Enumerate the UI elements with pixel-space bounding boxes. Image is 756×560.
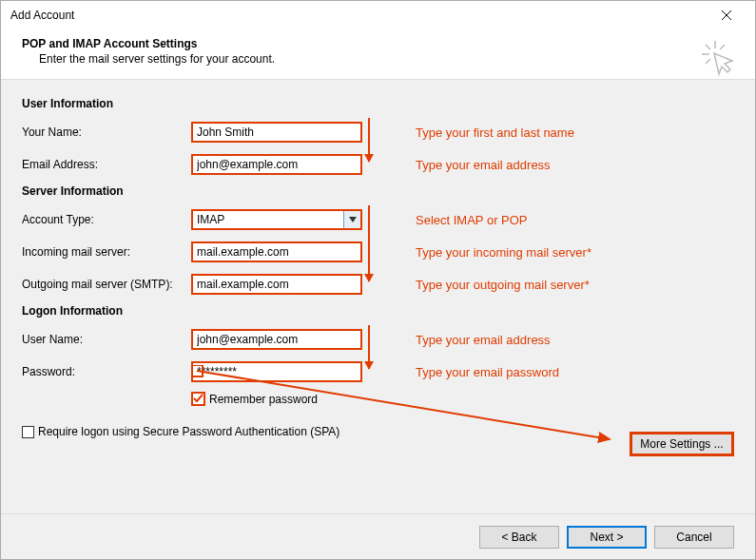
input-outgoing[interactable] [191,274,362,295]
arrow-icon [368,325,370,369]
label-email: Email Address: [22,158,191,171]
close-button[interactable] [708,2,746,29]
svg-line-6 [706,59,710,64]
cancel-button[interactable]: Cancel [654,526,734,549]
input-password[interactable] [191,361,362,382]
dialog-footer: < Back Next > Cancel [1,513,755,559]
add-account-window: Add Account POP and IMAP Account Setting… [0,0,756,560]
row-remember-password: Remember password [191,392,734,406]
hint-account-type: Select IMAP or POP [416,213,528,227]
dialog-body: User Information Your Name: Type your fi… [1,80,755,513]
input-incoming[interactable] [191,241,362,262]
checkbox-remember-password[interactable] [191,392,205,406]
arrow-icon [368,205,370,281]
hint-incoming: Type your incoming mail server* [416,245,591,260]
header-title: POP and IMAP Account Settings [22,37,734,50]
label-outgoing: Outgoing mail server (SMTP): [22,278,191,291]
hint-password: Type your email password [416,365,559,379]
dropdown-button[interactable] [343,211,360,228]
row-email: Email Address: Type your email address [22,150,734,179]
label-your-name: Your Name: [22,126,191,139]
row-outgoing: Outgoing mail server (SMTP): Type your o… [22,270,734,299]
back-button-label: < Back [501,531,536,544]
close-icon [722,10,731,20]
dialog-header: POP and IMAP Account Settings Enter the … [1,29,755,80]
label-account-type: Account Type: [22,213,191,226]
chevron-down-icon [349,217,357,222]
titlebar: Add Account [1,1,755,29]
hint-your-name: Type your first and last name [416,126,574,140]
hint-email: Type your email address [416,158,551,172]
header-subtitle: Enter the mail server settings for your … [39,52,734,66]
row-incoming: Incoming mail server: Type your incoming… [22,238,734,266]
section-user-information: User Information [22,97,734,110]
input-username[interactable] [191,329,362,350]
cancel-button-label: Cancel [676,531,711,544]
hint-username: Type your email address [416,333,551,347]
svg-line-5 [720,45,725,49]
label-password: Password: [22,365,191,378]
row-username: User Name: Type your email address [22,325,734,354]
arrow-icon [368,118,370,162]
label-spa: Require logon using Secure Password Auth… [38,425,339,438]
cursor-click-icon [700,39,738,77]
check-icon [193,394,204,404]
hint-outgoing: Type your outgoing mail server* [416,278,590,292]
label-username: User Name: [22,333,191,346]
input-email[interactable] [191,154,362,175]
row-password: Password: Type your email password [22,357,734,386]
section-server-information: Server Information [22,184,734,198]
window-title: Add Account [10,9,74,22]
more-settings-button[interactable]: More Settings ... [630,432,734,456]
input-your-name[interactable] [191,122,362,143]
checkbox-spa[interactable] [22,426,34,438]
next-button-label: Next > [590,531,623,544]
section-logon-information: Logon Information [22,304,734,318]
row-your-name: Your Name: Type your first and last name [22,118,734,146]
select-account-type[interactable]: IMAP [191,209,362,230]
more-settings-label: More Settings ... [640,437,723,451]
svg-line-4 [706,45,710,49]
back-button[interactable]: < Back [479,526,559,549]
label-remember-password: Remember password [209,393,318,406]
select-account-type-value: IMAP [197,213,224,226]
row-spa: Require logon using Secure Password Auth… [22,425,734,438]
label-incoming: Incoming mail server: [22,245,191,259]
row-account-type: Account Type: IMAP Select IMAP or POP [22,205,734,234]
next-button[interactable]: Next > [567,526,647,549]
